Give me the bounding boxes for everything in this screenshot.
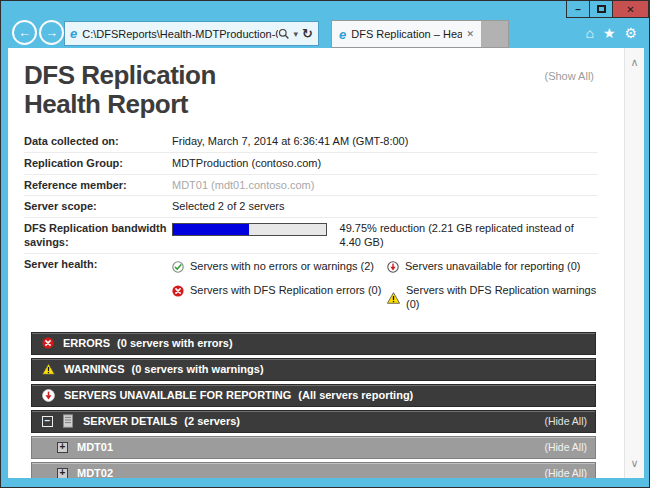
field-value: Selected 2 of 2 servers	[172, 200, 285, 214]
hide-all-link[interactable]: (Hide All)	[544, 441, 587, 453]
section-detail: (All servers reporting)	[298, 389, 413, 401]
field-label: Server health:	[24, 258, 172, 323]
field-bandwidth-savings: DFS Replication bandwidth savings: 49.75…	[24, 217, 598, 253]
minimize-icon: –	[575, 4, 581, 15]
warning-icon	[42, 363, 55, 375]
field-label: DFS Replication bandwidth savings:	[24, 222, 172, 250]
scroll-up-icon[interactable]: ∧	[625, 56, 644, 69]
window-controls: – ✕	[567, 0, 649, 18]
field-label: Server scope:	[24, 200, 172, 214]
back-arrow-icon: ←	[18, 25, 31, 40]
tab-dfs-health-report[interactable]: e DFS Replication – Health Re... ✕	[331, 20, 482, 48]
field-value: Friday, March 7, 2014 at 6:36:41 AM (GMT…	[172, 135, 408, 149]
minimize-button[interactable]: –	[566, 0, 590, 18]
field-replication-group: Replication Group: MDTProduction (contos…	[24, 152, 598, 174]
summary-fields: Data collected on: Friday, March 7, 2014…	[24, 131, 598, 326]
expand-toggle[interactable]: +	[57, 442, 68, 453]
report-sections: ERRORS (0 servers with errors) WARNINGS …	[31, 332, 596, 478]
search-icon[interactable]	[278, 28, 290, 40]
section-detail: (0 servers with warnings)	[132, 363, 264, 375]
section-label: ERRORS	[63, 337, 110, 349]
home-icon[interactable]: ⌂	[585, 26, 593, 40]
field-server-health: Server health: Servers with no errors or…	[24, 253, 598, 326]
field-label: Data collected on:	[24, 135, 172, 149]
expand-toggle[interactable]: +	[57, 468, 68, 478]
navigation-bar: ← → e C:\DFSReports\Health-MDTProduction…	[1, 19, 649, 48]
bandwidth-bar-fill	[173, 224, 249, 235]
field-value: MDT01 (mdt01.contoso.com)	[172, 179, 314, 193]
refresh-icon[interactable]: ↻	[302, 26, 313, 41]
new-tab-button[interactable]	[481, 20, 509, 48]
vertical-scrollbar[interactable]: ∧ ∨	[624, 48, 644, 478]
health-report: DFS Replication Health Report (Show All)…	[8, 48, 624, 478]
field-reference-member: Reference member: MDT01 (mdt01.contoso.c…	[24, 174, 598, 196]
title-line-1: DFS Replication	[24, 60, 216, 90]
settings-gear-icon[interactable]: ⚙	[624, 26, 637, 40]
field-data-collected: Data collected on: Friday, March 7, 2014…	[24, 131, 598, 152]
health-item-unavailable: Servers unavailable for reporting (0)	[387, 260, 598, 274]
bandwidth-progress-bar	[172, 223, 327, 236]
health-item-ok: Servers with no errors or warnings (2)	[172, 260, 387, 274]
section-label: SERVER DETAILS	[83, 415, 177, 427]
warning-icon	[387, 292, 400, 304]
health-item-text: Servers with DFS Replication errors (0)	[190, 284, 381, 298]
health-item-warnings: Servers with DFS Replication warnings (0…	[387, 284, 598, 312]
server-name: MDT01	[77, 441, 113, 453]
maximize-button[interactable]	[589, 0, 613, 18]
section-errors[interactable]: ERRORS (0 servers with errors)	[31, 332, 596, 355]
collapse-toggle[interactable]: −	[42, 416, 53, 427]
address-dropdown-icon[interactable]: ▾	[294, 29, 299, 39]
hide-all-link[interactable]: (Hide All)	[544, 467, 587, 478]
section-label: SERVERS UNAVAILABLE FOR REPORTING	[64, 389, 291, 401]
server-row-mdt01[interactable]: + MDT01 (Hide All)	[31, 436, 596, 459]
tab-favicon-ie-icon: e	[339, 27, 346, 42]
section-server-details[interactable]: − SERVER DETAILS (2 servers) (Hide All)	[31, 410, 596, 433]
health-item-text: Servers with DFS Replication warnings (0…	[406, 284, 598, 312]
section-warnings[interactable]: WARNINGS (0 servers with warnings)	[31, 358, 596, 381]
server-row-mdt02[interactable]: + MDT02 (Hide All)	[31, 462, 596, 478]
field-label: Reference member:	[24, 179, 172, 193]
unavailable-icon	[42, 389, 55, 402]
health-item-text: Servers with no errors or warnings (2)	[190, 260, 374, 274]
section-label: WARNINGS	[64, 363, 125, 375]
favorites-star-icon[interactable]: ★	[603, 26, 616, 40]
scroll-down-icon[interactable]: ∨	[625, 457, 644, 470]
section-detail: (0 servers with errors)	[117, 337, 233, 349]
page-content: DFS Replication Health Report (Show All)…	[8, 48, 644, 478]
address-bar[interactable]: e C:\DFSReports\Health-MDTProduction-07M…	[64, 21, 319, 46]
health-item-text: Servers unavailable for reporting (0)	[405, 260, 580, 274]
section-servers-unavailable[interactable]: SERVERS UNAVAILABLE FOR REPORTING (All s…	[31, 384, 596, 407]
title-line-2: Health Report	[24, 89, 188, 119]
tab-title: DFS Replication – Health Re...	[351, 28, 462, 40]
page-title: DFS Replication Health Report	[24, 61, 598, 119]
tab-close-icon[interactable]: ✕	[466, 29, 474, 39]
title-bar: – ✕	[1, 1, 649, 19]
close-button[interactable]: ✕	[612, 0, 649, 18]
field-label: Replication Group:	[24, 157, 172, 171]
field-value: MDTProduction (contoso.com)	[172, 157, 321, 171]
address-input[interactable]: C:\DFSReports\Health-MDTProduction-07Ma	[82, 28, 277, 40]
hide-all-link[interactable]: (Hide All)	[544, 415, 587, 427]
section-detail: (2 servers)	[184, 415, 240, 427]
maximize-icon	[597, 5, 606, 13]
unavailable-icon	[387, 261, 399, 273]
forward-button[interactable]: →	[39, 20, 64, 45]
page-favicon-ie-icon: e	[70, 26, 77, 41]
show-all-link[interactable]: (Show All)	[544, 70, 594, 82]
error-icon	[172, 285, 184, 297]
back-button[interactable]: ←	[12, 20, 37, 45]
error-icon	[42, 337, 54, 349]
server-name: MDT02	[77, 467, 113, 478]
close-icon: ✕	[626, 4, 634, 15]
ok-icon	[172, 261, 184, 273]
forward-arrow-icon: →	[45, 25, 58, 40]
server-icon	[62, 414, 74, 428]
browser-window: – ✕ ← → e C:\DFSReports\Health-MDTProduc…	[0, 0, 650, 488]
bandwidth-text: 49.75% reduction (2.21 GB replicated ins…	[340, 222, 598, 250]
field-server-scope: Server scope: Selected 2 of 2 servers	[24, 195, 598, 217]
health-item-errors: Servers with DFS Replication errors (0)	[172, 284, 387, 298]
